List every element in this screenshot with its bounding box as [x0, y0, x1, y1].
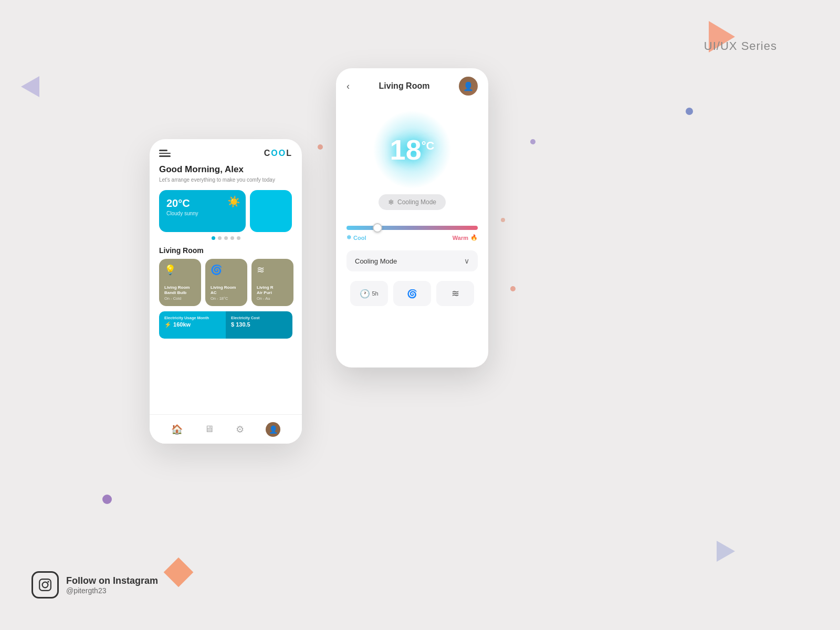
device-status-purifier: On - Au: [257, 296, 288, 301]
deco-dot-purple: [102, 495, 112, 504]
sun-icon: ☀️: [227, 195, 240, 208]
instagram-handle: @pitergth23: [66, 586, 158, 595]
device-status-ac: On - 18°C: [211, 296, 242, 301]
svg-rect-0: [39, 579, 51, 591]
mode-dropdown-label: Cooling Mode: [355, 257, 397, 265]
instagram-icon: [32, 571, 59, 598]
weather-card-mini: [250, 190, 292, 232]
temp-value: 18: [390, 134, 422, 165]
device-card-ac[interactable]: 🌀 Living RoomAC On - 18°C: [205, 259, 247, 306]
room-title: Living Room: [379, 81, 430, 91]
elec-usage-label: Electricity Usage Month: [164, 316, 220, 320]
temp-unit: °C: [422, 139, 435, 152]
device-cards: 💡 Living RoomBandi Bulb On - Cold 🌀 Livi…: [150, 259, 302, 306]
svg-point-1: [43, 582, 48, 588]
dot-2[interactable]: [218, 236, 222, 240]
warm-icon: 🔥: [470, 234, 478, 241]
warm-label: Warm 🔥: [453, 234, 478, 241]
weather-section: ☀️ 20°C Cloudy sunny: [150, 190, 302, 232]
follow-text: Follow on Instagram: [66, 575, 158, 586]
nav-profile[interactable]: 👤: [266, 422, 280, 437]
cool-label: ❄ Cool: [346, 234, 366, 241]
deco-triangle-orange: [709, 21, 735, 52]
right-header: ‹ Living Room 👤: [336, 68, 488, 100]
elec-usage-value: ⚡ 160kw: [164, 321, 220, 328]
action-buttons: 🕐 5h 🌀 ≋: [336, 276, 488, 314]
dot-4[interactable]: [230, 236, 234, 240]
greeting-section: Good Morning, Alex Let's arrange everyth…: [150, 162, 302, 190]
user-avatar[interactable]: 👤: [459, 77, 478, 96]
carousel-dots: [150, 236, 302, 240]
nav-display[interactable]: 🖥: [204, 424, 214, 435]
deco-dot-salmon3: [510, 286, 516, 291]
deco-dot-purple-small: [530, 139, 536, 144]
purifier-icon: ≋: [257, 264, 288, 276]
svg-point-2: [47, 581, 49, 582]
device-name-purifier: Living RAir Puri: [257, 285, 288, 295]
bottom-nav: 🏠 🖥 ⚙ 👤: [150, 414, 302, 444]
weather-desc: Cloudy sunny: [166, 211, 238, 216]
nav-settings[interactable]: ⚙: [236, 424, 244, 435]
left-header: COOL: [150, 139, 302, 162]
instagram-text: Follow on Instagram @pitergth23: [66, 575, 158, 595]
cooling-badge-icon: ❄: [388, 198, 394, 206]
phone-left: COOL Good Morning, Alex Let's arrange ev…: [150, 139, 302, 444]
device-status-bulb: On - Cold: [164, 296, 196, 301]
wave-button[interactable]: ≋: [436, 281, 474, 306]
wave-icon: ≋: [452, 288, 459, 299]
fan-button[interactable]: 🌀: [393, 281, 431, 306]
dot-1[interactable]: [212, 236, 215, 240]
device-card-bulb[interactable]: 💡 Living RoomBandi Bulb On - Cold: [159, 259, 201, 306]
slider-labels: ❄ Cool Warm 🔥: [346, 234, 478, 241]
app-logo: COOL: [264, 149, 292, 158]
deco-diamond-orange: [164, 558, 194, 587]
temperature-slider-section: ❄ Cool Warm 🔥: [336, 226, 488, 246]
elec-cost: Electricity Cost $ 130.5: [226, 311, 292, 339]
deco-dot-blue: [686, 108, 693, 115]
ac-icon: 🌀: [211, 264, 242, 276]
chevron-down-icon: ∨: [464, 257, 469, 265]
fan-icon: 🌀: [407, 289, 417, 299]
nav-home[interactable]: 🏠: [171, 424, 183, 435]
deco-dot-salmon2: [501, 218, 505, 222]
temperature-display: 18°C: [390, 133, 435, 166]
mode-dropdown[interactable]: Cooling Mode ∨: [346, 250, 478, 271]
elec-usage: Electricity Usage Month ⚡ 160kw: [159, 311, 226, 339]
device-name-ac: Living RoomAC: [211, 285, 242, 295]
timer-icon: 🕐: [360, 289, 370, 299]
hamburger-menu[interactable]: [159, 150, 171, 157]
electricity-bar: Electricity Usage Month ⚡ 160kw Electric…: [159, 311, 292, 339]
greeting-name: Good Morning, Alex: [159, 164, 292, 175]
slider-thumb[interactable]: [373, 223, 382, 233]
dot-5[interactable]: [237, 236, 240, 240]
deco-dot-salmon1: [318, 144, 323, 150]
device-name-bulb: Living RoomBandi Bulb: [164, 285, 196, 295]
instagram-footer: Follow on Instagram @pitergth23: [32, 571, 158, 598]
device-card-purifier[interactable]: ≋ Living RAir Puri On - Au: [251, 259, 293, 306]
series-label: UI/UX Series: [704, 39, 777, 53]
greeting-sub: Let's arrange everything to make you com…: [159, 176, 292, 184]
cooling-badge[interactable]: ❄ Cooling Mode: [379, 194, 446, 210]
section-title: Living Room: [150, 244, 302, 259]
slider-track[interactable]: [346, 226, 478, 230]
cool-icon: ❄: [346, 234, 351, 241]
temp-glow: 18°C: [373, 110, 452, 189]
cooling-badge-text: Cooling Mode: [397, 198, 436, 206]
timer-button[interactable]: 🕐 5h: [350, 281, 388, 306]
deco-triangle-blue-right: [717, 541, 735, 562]
bulb-icon: 💡: [164, 264, 196, 276]
elec-cost-label: Electricity Cost: [231, 316, 287, 320]
phone-right: ‹ Living Room 👤 18°C ❄ Cooling Mode ❄ Co…: [336, 68, 488, 368]
timer-label: 5h: [372, 290, 378, 297]
elec-cost-value: $ 130.5: [231, 321, 287, 328]
back-button[interactable]: ‹: [346, 81, 350, 92]
dot-3[interactable]: [224, 236, 228, 240]
deco-triangle-blue: [21, 76, 39, 97]
temperature-section: 18°C: [336, 100, 488, 194]
weather-card-main: ☀️ 20°C Cloudy sunny: [159, 190, 246, 232]
